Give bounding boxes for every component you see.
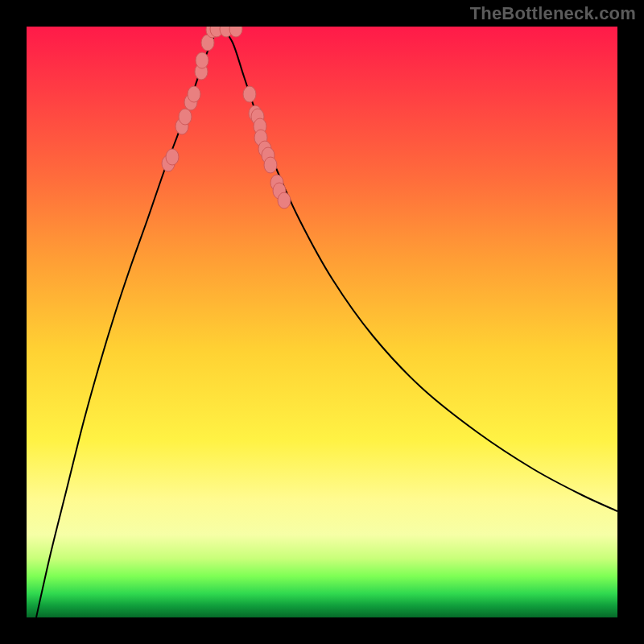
curve-left-curve xyxy=(36,27,221,617)
curve-group xyxy=(36,27,617,617)
marker-group xyxy=(162,27,291,208)
data-marker xyxy=(229,27,242,37)
chart-frame: TheBottleneck.com xyxy=(0,0,644,644)
watermark-text: TheBottleneck.com xyxy=(470,3,636,24)
curve-right-curve xyxy=(221,27,617,511)
data-marker xyxy=(179,109,192,125)
data-marker xyxy=(264,157,277,173)
data-marker xyxy=(166,149,179,165)
chart-svg xyxy=(27,27,617,617)
data-marker xyxy=(196,52,208,68)
data-marker xyxy=(278,192,291,208)
data-marker xyxy=(243,86,256,102)
data-marker xyxy=(188,86,200,102)
plot-area xyxy=(27,27,617,617)
